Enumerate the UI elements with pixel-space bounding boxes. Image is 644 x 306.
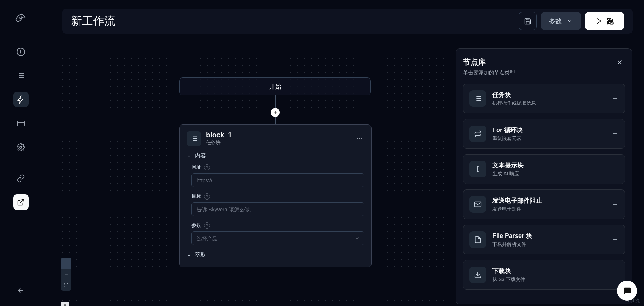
lib-item-name: 发送电子邮件阻止 bbox=[492, 196, 605, 205]
lib-item-name: 任务块 bbox=[492, 91, 605, 99]
block-type: 任务块 bbox=[206, 140, 350, 146]
lib-item-name: File Parser 块 bbox=[492, 232, 605, 240]
run-button[interactable]: 跑 bbox=[585, 12, 624, 30]
app-logo bbox=[13, 10, 29, 26]
nav-divider bbox=[12, 163, 29, 163]
cursor-icon bbox=[469, 161, 486, 177]
plus-icon bbox=[611, 236, 618, 243]
save-button[interactable] bbox=[519, 12, 537, 30]
nav-list[interactable] bbox=[13, 68, 29, 83]
file-icon bbox=[469, 231, 486, 248]
nav-add[interactable] bbox=[13, 44, 29, 59]
mail-icon bbox=[469, 196, 486, 213]
lib-item-name: 文本提示块 bbox=[492, 161, 605, 169]
zoom-in-button[interactable]: + bbox=[61, 258, 71, 269]
lib-item-desc: 重复嵌套元素 bbox=[492, 136, 605, 142]
svg-point-4 bbox=[359, 138, 360, 139]
section-extract-toggle[interactable]: 萃取 bbox=[187, 251, 364, 259]
lib-item-desc: 执行操作或提取信息 bbox=[492, 100, 605, 106]
url-input[interactable] bbox=[191, 173, 364, 187]
download-icon bbox=[469, 267, 486, 283]
chevron-down-icon bbox=[566, 18, 573, 24]
lib-item-download[interactable]: 下载块从 S3 下载文件 bbox=[463, 260, 625, 290]
start-node[interactable]: 开始 bbox=[179, 77, 371, 95]
lib-item-file[interactable]: File Parser 块下载并解析文件 bbox=[463, 225, 625, 254]
workflow-title[interactable]: 新工作流 bbox=[71, 13, 515, 29]
params-dropdown[interactable]: 参数 bbox=[541, 12, 581, 30]
goal-input[interactable] bbox=[191, 202, 364, 216]
lib-item-name: For 循环块 bbox=[492, 126, 605, 134]
plus-icon bbox=[611, 201, 618, 208]
add-node-on-edge[interactable]: + bbox=[271, 108, 280, 117]
plus-icon bbox=[611, 166, 618, 173]
lib-item-desc: 生成 AI 响应 bbox=[492, 171, 605, 177]
block-params-label: 参数 bbox=[191, 222, 201, 229]
chevron-down-icon bbox=[187, 154, 191, 158]
lib-item-cursor[interactable]: 文本提示块生成 AI 响应 bbox=[463, 154, 625, 184]
zoom-controls: + − bbox=[61, 258, 71, 291]
list-icon bbox=[469, 90, 486, 107]
plus-icon bbox=[611, 130, 618, 137]
section-content-toggle[interactable]: 内容 bbox=[187, 152, 364, 159]
nav-settings[interactable] bbox=[13, 139, 29, 155]
svg-point-3 bbox=[357, 138, 358, 139]
node-library-panel: 节点库 单击要添加的节点类型 任务块执行操作或提取信息For 循环块重复嵌套元素… bbox=[456, 48, 632, 304]
lib-item-desc: 下载并解析文件 bbox=[492, 241, 605, 248]
lib-item-desc: 发送电子邮件 bbox=[492, 206, 605, 212]
plus-icon bbox=[611, 95, 618, 102]
lock-canvas[interactable] bbox=[61, 302, 69, 306]
play-icon bbox=[596, 18, 602, 25]
help-icon[interactable]: ? bbox=[204, 164, 210, 170]
nav-billing[interactable] bbox=[13, 115, 29, 131]
help-icon[interactable]: ? bbox=[204, 222, 210, 229]
svg-point-2 bbox=[20, 146, 22, 148]
nav-link[interactable] bbox=[13, 170, 29, 186]
lib-item-mail[interactable]: 发送电子邮件阻止发送电子邮件 bbox=[463, 189, 625, 219]
list-icon bbox=[187, 131, 201, 146]
lib-item-name: 下载块 bbox=[492, 267, 605, 275]
sidebar-collapse[interactable] bbox=[14, 284, 28, 297]
attribution: act 流 bbox=[628, 298, 640, 304]
nav-workflows[interactable] bbox=[13, 92, 29, 107]
lib-item-desc: 从 S3 下载文件 bbox=[492, 277, 605, 283]
task-block-node[interactable]: block_1 任务块 内容 网址 ? 目标 ? 参数 ? bbox=[179, 124, 372, 267]
chevron-down-icon bbox=[187, 253, 191, 258]
lib-item-list[interactable]: 任务块执行操作或提取信息 bbox=[463, 84, 625, 113]
svg-rect-1 bbox=[17, 121, 24, 126]
nav-external[interactable] bbox=[13, 194, 29, 210]
plus-icon bbox=[611, 271, 618, 278]
panel-close[interactable] bbox=[615, 57, 625, 67]
fit-view-button[interactable] bbox=[61, 280, 71, 291]
page-header: 新工作流 参数 跑 bbox=[62, 9, 633, 34]
url-label: 网址 bbox=[191, 164, 201, 170]
params-label: 参数 bbox=[549, 17, 562, 25]
run-label: 跑 bbox=[607, 17, 614, 26]
block-more-menu[interactable] bbox=[355, 134, 364, 143]
lib-item-loop[interactable]: For 循环块重复嵌套元素 bbox=[463, 119, 625, 149]
svg-point-5 bbox=[361, 138, 362, 139]
block-name: block_1 bbox=[206, 131, 350, 139]
panel-title: 节点库 bbox=[463, 57, 515, 67]
panel-subtitle: 单击要添加的节点类型 bbox=[463, 69, 515, 76]
zoom-out-button[interactable]: − bbox=[61, 269, 71, 280]
params-select[interactable] bbox=[191, 231, 364, 245]
goal-label: 目标 bbox=[191, 193, 201, 200]
loop-icon bbox=[469, 126, 486, 142]
help-icon[interactable]: ? bbox=[204, 193, 210, 200]
